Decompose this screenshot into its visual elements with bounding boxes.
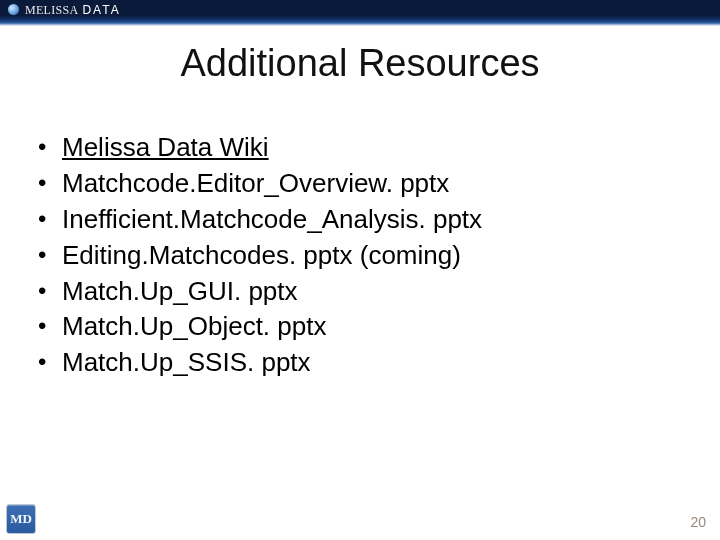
header-bar: MELISSA DATA (0, 0, 720, 26)
logo-globe-icon (8, 4, 19, 15)
bullet-list: Melissa Data Wiki Matchcode.Editor_Overv… (34, 130, 482, 381)
logo-text-melissa: MELISSA (25, 3, 78, 18)
logo: MELISSA DATA (8, 3, 121, 18)
list-item-text: Match.Up_GUI. pptx (62, 276, 298, 306)
footer-md-icon: MD (6, 504, 36, 534)
list-item-text: Matchcode.Editor_Overview. pptx (62, 168, 449, 198)
list-item: Match.Up_SSIS. pptx (34, 345, 482, 381)
list-item: Inefficient.Matchcode_Analysis. pptx (34, 202, 482, 238)
list-item-text: Match.Up_SSIS. pptx (62, 347, 311, 377)
list-item-text: Editing.Matchcodes. pptx (coming) (62, 240, 461, 270)
footer-md-icon-text: MD (10, 511, 32, 527)
list-item: Matchcode.Editor_Overview. pptx (34, 166, 482, 202)
list-item-text: Match.Up_Object. pptx (62, 311, 326, 341)
list-item-link[interactable]: Melissa Data Wiki (62, 132, 269, 162)
page-number: 20 (690, 514, 706, 530)
list-item: Editing.Matchcodes. pptx (coming) (34, 238, 482, 274)
logo-text-data: DATA (82, 3, 120, 17)
list-item: Match.Up_Object. pptx (34, 309, 482, 345)
slide-title: Additional Resources (0, 42, 720, 85)
list-item: Melissa Data Wiki (34, 130, 482, 166)
list-item: Match.Up_GUI. pptx (34, 274, 482, 310)
list-item-text: Inefficient.Matchcode_Analysis. pptx (62, 204, 482, 234)
